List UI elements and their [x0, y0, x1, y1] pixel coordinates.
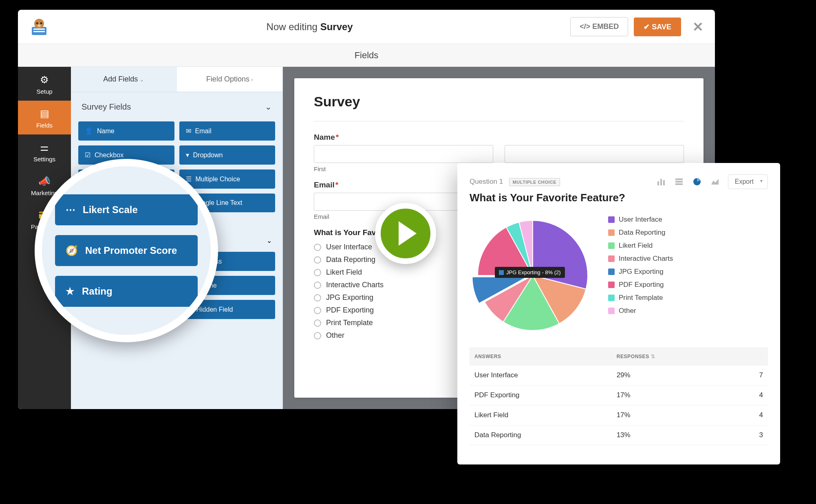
- pie-wrap: JPG Exporting - 8% (2) User InterfaceDat…: [470, 212, 768, 339]
- close-button[interactable]: ✕: [692, 19, 704, 35]
- pie-chart: JPG Exporting - 8% (2): [470, 212, 596, 339]
- field-icon: ✉: [186, 127, 191, 135]
- cell-answer: Data Reporting: [470, 425, 612, 445]
- field-likert-scale[interactable]: ⋯Likert Scale: [55, 194, 198, 225]
- nav-fields[interactable]: ▤Fields: [18, 101, 71, 134]
- field-chip[interactable]: ▾Dropdown: [179, 145, 276, 165]
- tab-label: Field Options: [206, 75, 249, 83]
- legend-item[interactable]: Other: [608, 307, 768, 315]
- play-video-button[interactable]: [375, 203, 436, 264]
- save-button[interactable]: ✔ SAVE: [634, 18, 681, 36]
- play-icon: [399, 221, 417, 246]
- nav-settings[interactable]: ⚌Settings: [18, 134, 71, 168]
- pie-chart-icon[interactable]: [692, 177, 702, 187]
- report-header: Question 1 MULTIPLE CHOICE Export: [470, 174, 768, 189]
- field-label: Checkbox: [95, 152, 124, 159]
- radio-label: Interactive Charts: [326, 281, 384, 289]
- th-count[interactable]: [734, 348, 768, 365]
- svg-point-5: [40, 22, 42, 24]
- cell-count: 4: [734, 405, 768, 425]
- field-chip[interactable]: 👤Name: [78, 121, 174, 141]
- th-responses[interactable]: RESPONSES ⇅: [612, 348, 734, 365]
- export-dropdown[interactable]: Export: [728, 174, 768, 189]
- responses-table: ANSWERS RESPONSES ⇅ User Interface29%7PD…: [470, 348, 768, 445]
- svg-point-6: [37, 24, 41, 27]
- report-title: What is Your Favorite Feature?: [470, 191, 768, 204]
- radio-icon: [314, 307, 321, 314]
- cell-pct: 13%: [612, 425, 734, 445]
- first-name-input[interactable]: [314, 145, 493, 163]
- legend-item[interactable]: Interactive Charts: [608, 255, 768, 263]
- nav-label: Setup: [36, 88, 52, 95]
- sliders-icon: ⚌: [20, 142, 69, 153]
- chevron-down-icon: ⌄: [267, 237, 272, 244]
- svg-rect-7: [657, 181, 659, 185]
- legend-item[interactable]: Data Reporting: [608, 229, 768, 237]
- gear-icon: ⚙: [20, 74, 69, 86]
- question-number: Question 1: [470, 178, 503, 185]
- editing-name: Survey: [320, 21, 353, 32]
- field-chip[interactable]: ✉Email: [179, 121, 276, 141]
- bar-chart-icon[interactable]: [656, 177, 666, 187]
- legend-item[interactable]: JPG Exporting: [608, 268, 768, 276]
- last-name-input[interactable]: [505, 145, 684, 163]
- legend-label: PDF Exporting: [619, 281, 664, 289]
- chevron-down-icon: ⌄: [139, 76, 144, 83]
- legend-swatch: [608, 255, 615, 262]
- app-logo: [29, 17, 49, 37]
- th-answers[interactable]: ANSWERS: [470, 348, 612, 365]
- table-row: PDF Exporting17%4: [470, 385, 768, 405]
- top-bar: Now editing Survey </> EMBED ✔ SAVE ✕: [18, 10, 715, 44]
- embed-button[interactable]: </> EMBED: [570, 17, 628, 36]
- svg-rect-1: [33, 29, 45, 30]
- svg-point-4: [36, 22, 38, 24]
- svg-rect-8: [660, 179, 662, 185]
- embed-label: EMBED: [592, 22, 619, 31]
- radio-icon: [314, 269, 321, 276]
- cell-answer: Likert Field: [470, 405, 612, 425]
- form-title: Survey: [314, 94, 684, 110]
- radio-icon: [314, 256, 321, 264]
- tab-add-fields[interactable]: Add Fields⌄: [71, 67, 177, 92]
- legend-item[interactable]: User Interface: [608, 216, 768, 224]
- legend-label: User Interface: [619, 216, 662, 224]
- radio-label: Other: [326, 331, 344, 340]
- chip-label: Net Promoter Score: [85, 245, 177, 256]
- radio-icon: [314, 282, 321, 289]
- cell-pct: 17%: [612, 385, 734, 405]
- form-icon: ▤: [20, 108, 69, 119]
- nav-label: Fields: [36, 122, 53, 129]
- magnifier-overlay: ⋯Likert Scale 🧭Net Promoter Score ★Ratin…: [35, 159, 218, 342]
- field-chip[interactable]: ☰Multiple Choice: [179, 169, 276, 189]
- editing-title: Now editing Survey: [49, 21, 570, 33]
- tab-field-options[interactable]: Field Options›: [177, 67, 283, 92]
- section-label: Survey Fields: [82, 102, 131, 112]
- radio-icon: [314, 319, 321, 327]
- legend-item[interactable]: Likert Field: [608, 242, 768, 250]
- chart-type-switcher: Export: [656, 174, 768, 189]
- star-icon: ★: [66, 286, 75, 297]
- chart-tooltip: JPG Exporting - 8% (2): [495, 267, 565, 278]
- section-survey-fields[interactable]: Survey Fields⌄: [71, 92, 282, 121]
- cell-pct: 17%: [612, 405, 734, 425]
- field-icon: ▾: [186, 151, 189, 159]
- table-row: Data Reporting13%3: [470, 425, 768, 445]
- chip-label: Rating: [82, 286, 112, 297]
- check-icon: ✔: [644, 23, 650, 31]
- field-net-promoter-score[interactable]: 🧭Net Promoter Score: [55, 235, 198, 266]
- legend-item[interactable]: PDF Exporting: [608, 281, 768, 289]
- field-label: Name: [97, 128, 115, 135]
- area-chart-icon[interactable]: [710, 177, 720, 187]
- name-label: Name*: [314, 133, 684, 142]
- list-icon[interactable]: [674, 177, 684, 187]
- nav-setup[interactable]: ⚙Setup: [18, 67, 71, 101]
- legend-label: Print Template: [619, 294, 663, 302]
- svg-rect-12: [675, 183, 683, 185]
- legend-item[interactable]: Print Template: [608, 294, 768, 302]
- field-rating[interactable]: ★Rating: [55, 276, 198, 307]
- field-label: Email: [195, 128, 212, 135]
- divider: [314, 121, 684, 121]
- nav-label: Settings: [33, 156, 55, 163]
- radio-label: Likert Field: [326, 268, 362, 277]
- radio-icon: [314, 332, 321, 339]
